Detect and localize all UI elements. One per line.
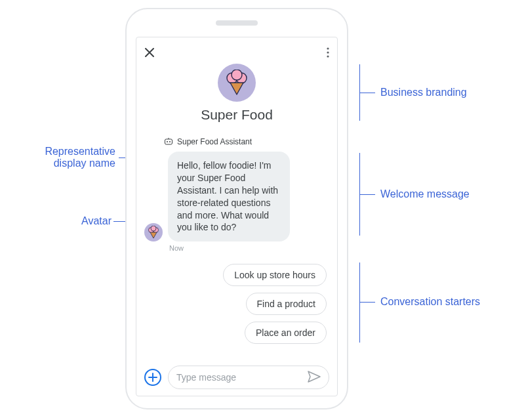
svg-point-12: [151, 226, 156, 231]
ice-cream-icon: [148, 226, 159, 239]
message-timestamp: Now: [169, 244, 329, 252]
close-icon[interactable]: [144, 47, 155, 58]
svg-rect-6: [165, 139, 172, 144]
starter-chip[interactable]: Find a product: [246, 293, 327, 315]
annotation-avatar: Avatar: [81, 215, 111, 227]
svg-point-7: [167, 141, 168, 142]
message-composer: Type message: [144, 358, 329, 389]
connector: [359, 194, 375, 195]
svg-point-0: [327, 47, 329, 49]
top-bar: [144, 45, 329, 60]
starter-chip[interactable]: Look up store hours: [223, 264, 327, 286]
annotation-conversation-starters: Conversation starters: [380, 296, 480, 308]
input-placeholder: Type message: [176, 372, 236, 383]
phone-frame: Super Food Super Food Assistant Hello, f…: [125, 8, 348, 410]
starter-chip[interactable]: Place an order: [245, 322, 327, 344]
bot-icon: [164, 137, 173, 146]
chat-screen: Super Food Super Food Assistant Hello, f…: [136, 37, 338, 396]
svg-point-8: [169, 141, 171, 142]
avatar: [144, 223, 163, 242]
brand-name: Super Food: [201, 107, 273, 123]
annotation-representative-display-name: Representative display name: [21, 146, 115, 169]
message-input[interactable]: Type message: [168, 366, 329, 389]
send-icon[interactable]: [308, 371, 321, 385]
message-row: Hello, fellow foodie! I'm your Super Foo…: [144, 152, 329, 242]
welcome-message-bubble: Hello, fellow foodie! I'm your Super Foo…: [168, 152, 290, 242]
more-options-icon[interactable]: [327, 47, 329, 58]
annotation-business-branding: Business branding: [380, 87, 467, 98]
brand-logo: [218, 64, 256, 102]
ice-cream-icon: [225, 70, 249, 96]
phone-speaker: [216, 20, 258, 26]
annotation-welcome-message: Welcome message: [380, 188, 470, 200]
connector: [359, 262, 360, 343]
representative-header: Super Food Assistant: [164, 137, 329, 146]
conversation-starters: Look up store hours Find a product Place…: [144, 264, 329, 344]
svg-point-5: [232, 70, 242, 80]
svg-point-2: [327, 55, 329, 57]
connector: [359, 302, 375, 303]
representative-name: Super Food Assistant: [177, 137, 252, 146]
svg-point-1: [327, 51, 329, 53]
plus-icon: [148, 373, 157, 382]
business-branding: Super Food: [144, 64, 329, 123]
add-button[interactable]: [144, 369, 161, 386]
connector: [359, 93, 375, 93]
